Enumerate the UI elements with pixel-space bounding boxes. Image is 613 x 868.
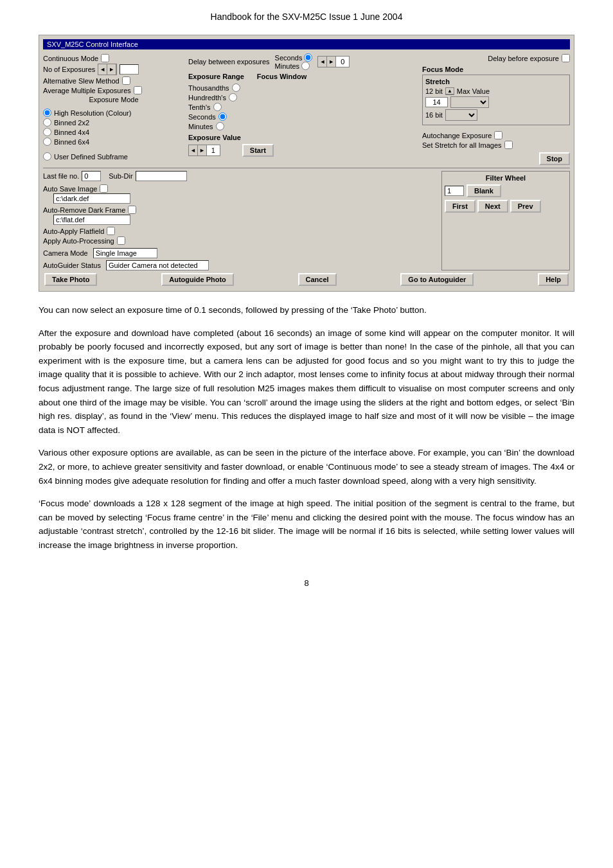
paragraph-1: You can now select an exposure time of 0…: [39, 303, 574, 317]
avg-multiple-checkbox[interactable]: [134, 86, 142, 94]
first-button[interactable]: First: [445, 200, 475, 213]
minutes-radio[interactable]: [301, 62, 310, 70]
blank-button[interactable]: Blank: [466, 184, 501, 197]
apply-auto-label: Apply Auto-Processing: [43, 237, 114, 245]
high-res-radio[interactable]: [43, 109, 51, 117]
no-exposures-spinner[interactable]: ◄ ►: [98, 64, 117, 75]
alt-slew-checkbox[interactable]: [122, 76, 130, 85]
delay-decrement[interactable]: ◄: [318, 57, 327, 67]
page-header: Handbook for the SXV-M25C Issue 1 June 2…: [0, 0, 613, 28]
flat-path-input[interactable]: [53, 215, 130, 225]
go-to-autoguider-button[interactable]: Go to Autoguider: [400, 273, 474, 286]
thousandths-label: Thousandths: [188, 84, 229, 92]
bit-dropdown[interactable]: [450, 96, 489, 108]
panel-title: SXV_M25C Control Interface: [43, 39, 570, 49]
binned4x4-radio[interactable]: [43, 128, 51, 136]
apply-auto-checkbox[interactable]: [117, 236, 125, 245]
set-stretch-checkbox[interactable]: [504, 141, 513, 149]
next-button[interactable]: Next: [477, 200, 508, 213]
sub-dir-label: Sub-Dir: [109, 172, 132, 180]
seconds2-radio[interactable]: [218, 112, 227, 121]
help-button[interactable]: Help: [538, 273, 569, 286]
binned6x4-radio[interactable]: [43, 137, 51, 146]
delay-spinner[interactable]: ◄ ► 0: [317, 56, 350, 67]
autoguider-status-label: AutoGuider Status: [43, 261, 101, 269]
auto-apply-label: Auto-Apply Flatfield: [43, 227, 104, 235]
autochange-checkbox[interactable]: [494, 131, 502, 139]
continuous-mode-checkbox[interactable]: [101, 54, 109, 62]
alt-slew-label: Alternative Slew Method: [43, 77, 120, 85]
user-defined-label: User Defined Subframe: [54, 153, 128, 161]
minutes2-radio[interactable]: [216, 122, 224, 130]
paragraph-3: Various other exposure options are avail…: [39, 446, 574, 488]
auto-save-checkbox[interactable]: [100, 184, 108, 193]
tenths-radio[interactable]: [213, 103, 222, 111]
delay-before-label: Delay before exposure: [488, 55, 559, 62]
tenths-label: Tenth's: [188, 103, 211, 111]
binned6x4-label: Binned 6x4: [54, 138, 89, 146]
last-file-label: Last file no.: [43, 172, 79, 180]
button-bar: Take Photo Autoguide Photo Cancel Go to …: [43, 270, 570, 287]
paragraph-4: ‘Focus mode’ downloads a 128 x 128 segme…: [39, 497, 574, 552]
page-number: 8: [39, 578, 574, 588]
seconds-label: Seconds: [275, 54, 303, 62]
hundredths-radio[interactable]: [229, 93, 237, 102]
start-button[interactable]: Start: [242, 144, 274, 157]
delay-label: Delay between exposures: [188, 58, 270, 66]
avg-multiple-label: Average Multiple Exposures: [43, 87, 131, 94]
delay-value: 0: [336, 58, 349, 66]
camera-mode-input[interactable]: [93, 248, 157, 258]
exp-value-spinner[interactable]: ◄ ► 1: [188, 145, 220, 156]
filter-wheel-input[interactable]: [445, 186, 464, 196]
auto-apply-checkbox[interactable]: [107, 227, 115, 235]
camera-mode-label: Camera Mode: [43, 249, 88, 257]
no-exposures-input[interactable]: [120, 64, 139, 75]
delay-before-checkbox[interactable]: [562, 54, 570, 62]
exp-increment[interactable]: ►: [198, 145, 207, 155]
autoguider-status-input[interactable]: [106, 260, 209, 270]
seconds-radio[interactable]: [304, 53, 312, 62]
stretch-label: Stretch: [425, 78, 567, 85]
cancel-button[interactable]: Cancel: [298, 273, 337, 286]
high-res-label: High Resolution (Colour): [54, 109, 131, 117]
auto-remove-checkbox[interactable]: [128, 206, 136, 214]
hundredths-label: Hundredth's: [188, 94, 226, 102]
continuous-mode-label: Continuous Mode: [43, 55, 98, 62]
auto-remove-label: Auto-Remove Dark Frame: [43, 206, 125, 214]
autoguide-photo-button[interactable]: Autoguide Photo: [161, 273, 234, 286]
sub-dir-input[interactable]: [136, 171, 187, 181]
bit-value-input[interactable]: [425, 97, 448, 107]
bit16-dropdown[interactable]: [445, 109, 477, 121]
dark-path-input[interactable]: [53, 193, 130, 204]
header-title: Handbook for the SXV-M25C Issue 1 June 2…: [211, 12, 403, 22]
focus-window-label: Focus Window: [257, 73, 307, 80]
no-exp-increment[interactable]: ►: [107, 64, 116, 75]
binned2x2-radio[interactable]: [43, 118, 51, 127]
filter-wheel-title: Filter Wheel: [445, 174, 567, 182]
no-exp-decrement[interactable]: ◄: [98, 64, 107, 75]
prev-button[interactable]: Prev: [510, 200, 541, 213]
bit-up[interactable]: ▲: [446, 88, 454, 94]
binned2x2-label: Binned 2x2: [54, 119, 89, 127]
user-defined-radio[interactable]: [43, 152, 51, 161]
minutes-label: Minutes: [275, 62, 300, 70]
binned4x4-label: Binned 4x4: [54, 128, 89, 136]
exp-decrement[interactable]: ◄: [189, 145, 198, 155]
seconds2-label: Seconds: [188, 113, 216, 121]
take-photo-button[interactable]: Take Photo: [44, 273, 97, 286]
set-stretch-label: Set Stretch for all Images: [422, 141, 502, 149]
thousandths-radio[interactable]: [232, 84, 240, 92]
exposure-mode-label: Exposure Mode: [89, 96, 138, 103]
paragraph-2: After the exposure and download have com…: [39, 326, 574, 438]
exp-value-label: Exposure Value: [188, 134, 241, 141]
last-file-input[interactable]: [82, 171, 101, 181]
exp-range-label: Exposure Range: [188, 73, 244, 80]
autochange-label: Autochange Exposure: [422, 132, 492, 139]
minutes2-label: Minutes: [188, 123, 213, 130]
max-value-label: Max Value: [457, 87, 490, 95]
no-exposures-label: No of Exposures: [43, 66, 95, 73]
delay-increment[interactable]: ►: [327, 57, 336, 67]
stop-button[interactable]: Stop: [539, 152, 570, 165]
bit12-label: 12 bit: [425, 87, 443, 95]
auto-save-label: Auto Save Image: [43, 185, 97, 193]
